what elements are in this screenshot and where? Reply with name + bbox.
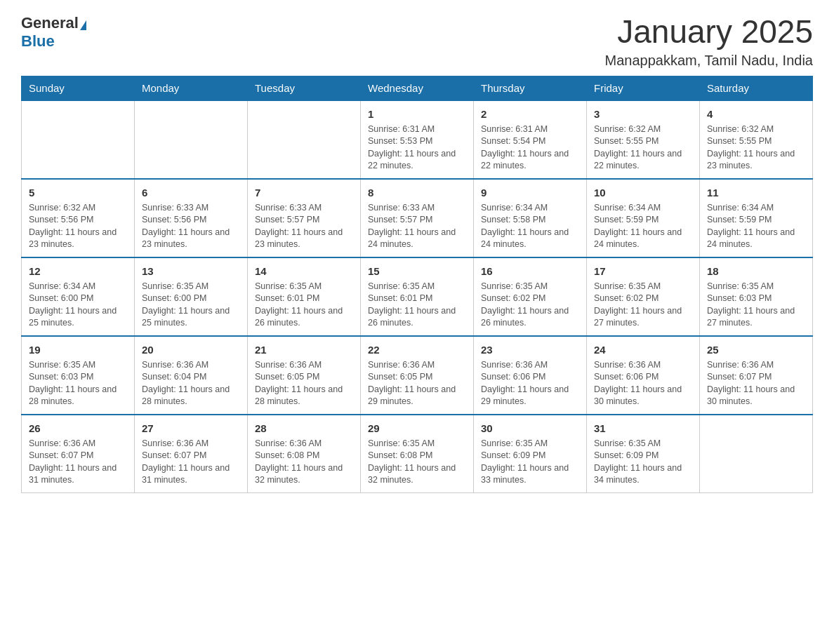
day-info: Sunrise: 6:32 AMSunset: 5:55 PMDaylight:… bbox=[594, 123, 692, 173]
logo-top-line: General bbox=[21, 14, 86, 32]
header-monday: Monday bbox=[135, 76, 248, 100]
calendar-cell: 9Sunrise: 6:34 AMSunset: 5:58 PMDaylight… bbox=[474, 179, 587, 257]
page-header: General Blue January 2025 Manappakkam, T… bbox=[21, 14, 813, 69]
day-info: Sunrise: 6:35 AMSunset: 6:01 PMDaylight:… bbox=[255, 281, 353, 330]
header-friday: Friday bbox=[587, 76, 700, 100]
day-info: Sunrise: 6:34 AMSunset: 5:59 PMDaylight:… bbox=[594, 202, 692, 251]
calendar-cell: 30Sunrise: 6:35 AMSunset: 6:09 PMDayligh… bbox=[474, 415, 587, 493]
day-number: 4 bbox=[707, 107, 805, 121]
logo-blue-text: Blue bbox=[21, 32, 55, 50]
calendar-cell: 23Sunrise: 6:36 AMSunset: 6:06 PMDayligh… bbox=[474, 336, 587, 415]
calendar-cell: 8Sunrise: 6:33 AMSunset: 5:57 PMDaylight… bbox=[361, 179, 474, 257]
day-info: Sunrise: 6:36 AMSunset: 6:05 PMDaylight:… bbox=[255, 359, 353, 408]
calendar-cell: 3Sunrise: 6:32 AMSunset: 5:55 PMDaylight… bbox=[587, 100, 700, 179]
calendar-week-row: 1Sunrise: 6:31 AMSunset: 5:53 PMDaylight… bbox=[22, 100, 813, 179]
day-number: 8 bbox=[368, 185, 466, 200]
header-sunday: Sunday bbox=[22, 76, 135, 100]
calendar-cell bbox=[22, 100, 135, 179]
calendar-cell: 28Sunrise: 6:36 AMSunset: 6:08 PMDayligh… bbox=[248, 415, 361, 493]
day-info: Sunrise: 6:36 AMSunset: 6:07 PMDaylight:… bbox=[142, 438, 240, 487]
day-number: 17 bbox=[594, 264, 692, 279]
calendar-cell: 31Sunrise: 6:35 AMSunset: 6:09 PMDayligh… bbox=[587, 415, 700, 493]
calendar-cell: 24Sunrise: 6:36 AMSunset: 6:06 PMDayligh… bbox=[587, 336, 700, 415]
day-info: Sunrise: 6:33 AMSunset: 5:57 PMDaylight:… bbox=[368, 202, 466, 251]
day-info: Sunrise: 6:31 AMSunset: 5:54 PMDaylight:… bbox=[481, 123, 579, 173]
calendar-cell: 12Sunrise: 6:34 AMSunset: 6:00 PMDayligh… bbox=[22, 257, 135, 336]
calendar-cell: 17Sunrise: 6:35 AMSunset: 6:02 PMDayligh… bbox=[587, 257, 700, 336]
day-info: Sunrise: 6:36 AMSunset: 6:05 PMDaylight:… bbox=[368, 359, 466, 408]
day-info: Sunrise: 6:31 AMSunset: 5:53 PMDaylight:… bbox=[368, 123, 466, 173]
day-number: 5 bbox=[29, 185, 127, 200]
day-number: 18 bbox=[707, 264, 805, 279]
subtitle: Manappakkam, Tamil Nadu, India bbox=[605, 53, 813, 69]
calendar-cell: 26Sunrise: 6:36 AMSunset: 6:07 PMDayligh… bbox=[22, 415, 135, 493]
day-number: 11 bbox=[707, 185, 805, 200]
header-wednesday: Wednesday bbox=[361, 76, 474, 100]
day-info: Sunrise: 6:35 AMSunset: 6:03 PMDaylight:… bbox=[707, 281, 805, 330]
day-number: 25 bbox=[707, 342, 805, 357]
day-info: Sunrise: 6:36 AMSunset: 6:06 PMDaylight:… bbox=[481, 359, 579, 408]
day-number: 30 bbox=[481, 421, 579, 436]
day-info: Sunrise: 6:35 AMSunset: 6:09 PMDaylight:… bbox=[594, 438, 692, 487]
calendar-cell: 14Sunrise: 6:35 AMSunset: 6:01 PMDayligh… bbox=[248, 257, 361, 336]
calendar-cell: 19Sunrise: 6:35 AMSunset: 6:03 PMDayligh… bbox=[22, 336, 135, 415]
day-number: 16 bbox=[481, 264, 579, 279]
day-info: Sunrise: 6:33 AMSunset: 5:56 PMDaylight:… bbox=[142, 202, 240, 251]
calendar-cell: 6Sunrise: 6:33 AMSunset: 5:56 PMDaylight… bbox=[135, 179, 248, 257]
day-number: 31 bbox=[594, 421, 692, 436]
calendar-cell: 7Sunrise: 6:33 AMSunset: 5:57 PMDaylight… bbox=[248, 179, 361, 257]
day-info: Sunrise: 6:34 AMSunset: 6:00 PMDaylight:… bbox=[29, 281, 127, 330]
calendar-cell: 1Sunrise: 6:31 AMSunset: 5:53 PMDaylight… bbox=[361, 100, 474, 179]
calendar-week-row: 5Sunrise: 6:32 AMSunset: 5:56 PMDaylight… bbox=[22, 179, 813, 257]
calendar-cell: 15Sunrise: 6:35 AMSunset: 6:01 PMDayligh… bbox=[361, 257, 474, 336]
day-info: Sunrise: 6:36 AMSunset: 6:07 PMDaylight:… bbox=[29, 438, 127, 487]
day-info: Sunrise: 6:33 AMSunset: 5:57 PMDaylight:… bbox=[255, 202, 353, 251]
day-number: 23 bbox=[481, 342, 579, 357]
weekday-header-row: Sunday Monday Tuesday Wednesday Thursday… bbox=[22, 76, 813, 100]
calendar-cell: 29Sunrise: 6:35 AMSunset: 6:08 PMDayligh… bbox=[361, 415, 474, 493]
main-title: January 2025 bbox=[605, 14, 813, 50]
day-info: Sunrise: 6:35 AMSunset: 6:03 PMDaylight:… bbox=[29, 359, 127, 408]
day-number: 9 bbox=[481, 185, 579, 200]
day-info: Sunrise: 6:36 AMSunset: 6:06 PMDaylight:… bbox=[594, 359, 692, 408]
calendar-cell: 10Sunrise: 6:34 AMSunset: 5:59 PMDayligh… bbox=[587, 179, 700, 257]
header-saturday: Saturday bbox=[700, 76, 813, 100]
calendar-cell: 16Sunrise: 6:35 AMSunset: 6:02 PMDayligh… bbox=[474, 257, 587, 336]
logo: General Blue bbox=[21, 14, 86, 51]
day-info: Sunrise: 6:32 AMSunset: 5:56 PMDaylight:… bbox=[29, 202, 127, 251]
day-number: 27 bbox=[142, 421, 240, 436]
day-info: Sunrise: 6:34 AMSunset: 5:59 PMDaylight:… bbox=[707, 202, 805, 251]
calendar-table: Sunday Monday Tuesday Wednesday Thursday… bbox=[21, 76, 813, 493]
day-info: Sunrise: 6:35 AMSunset: 6:01 PMDaylight:… bbox=[368, 281, 466, 330]
calendar-cell: 27Sunrise: 6:36 AMSunset: 6:07 PMDayligh… bbox=[135, 415, 248, 493]
day-number: 14 bbox=[255, 264, 353, 279]
day-info: Sunrise: 6:35 AMSunset: 6:02 PMDaylight:… bbox=[594, 281, 692, 330]
day-number: 26 bbox=[29, 421, 127, 436]
calendar-cell bbox=[135, 100, 248, 179]
header-thursday: Thursday bbox=[474, 76, 587, 100]
calendar-cell: 22Sunrise: 6:36 AMSunset: 6:05 PMDayligh… bbox=[361, 336, 474, 415]
day-number: 19 bbox=[29, 342, 127, 357]
day-number: 15 bbox=[368, 264, 466, 279]
calendar-cell: 11Sunrise: 6:34 AMSunset: 5:59 PMDayligh… bbox=[700, 179, 813, 257]
calendar-cell: 13Sunrise: 6:35 AMSunset: 6:00 PMDayligh… bbox=[135, 257, 248, 336]
day-number: 12 bbox=[29, 264, 127, 279]
calendar-cell bbox=[700, 415, 813, 493]
calendar-week-row: 12Sunrise: 6:34 AMSunset: 6:00 PMDayligh… bbox=[22, 257, 813, 336]
day-info: Sunrise: 6:32 AMSunset: 5:55 PMDaylight:… bbox=[707, 123, 805, 173]
calendar-week-row: 26Sunrise: 6:36 AMSunset: 6:07 PMDayligh… bbox=[22, 415, 813, 493]
day-number: 28 bbox=[255, 421, 353, 436]
day-info: Sunrise: 6:36 AMSunset: 6:08 PMDaylight:… bbox=[255, 438, 353, 487]
day-number: 2 bbox=[481, 107, 579, 121]
calendar-cell: 18Sunrise: 6:35 AMSunset: 6:03 PMDayligh… bbox=[700, 257, 813, 336]
day-number: 1 bbox=[368, 107, 466, 121]
day-number: 3 bbox=[594, 107, 692, 121]
day-info: Sunrise: 6:35 AMSunset: 6:08 PMDaylight:… bbox=[368, 438, 466, 487]
logo-general-text: General bbox=[21, 14, 79, 32]
calendar-week-row: 19Sunrise: 6:35 AMSunset: 6:03 PMDayligh… bbox=[22, 336, 813, 415]
calendar-body: 1Sunrise: 6:31 AMSunset: 5:53 PMDaylight… bbox=[22, 100, 813, 493]
day-number: 21 bbox=[255, 342, 353, 357]
day-number: 24 bbox=[594, 342, 692, 357]
day-number: 6 bbox=[142, 185, 240, 200]
calendar-cell bbox=[248, 100, 361, 179]
